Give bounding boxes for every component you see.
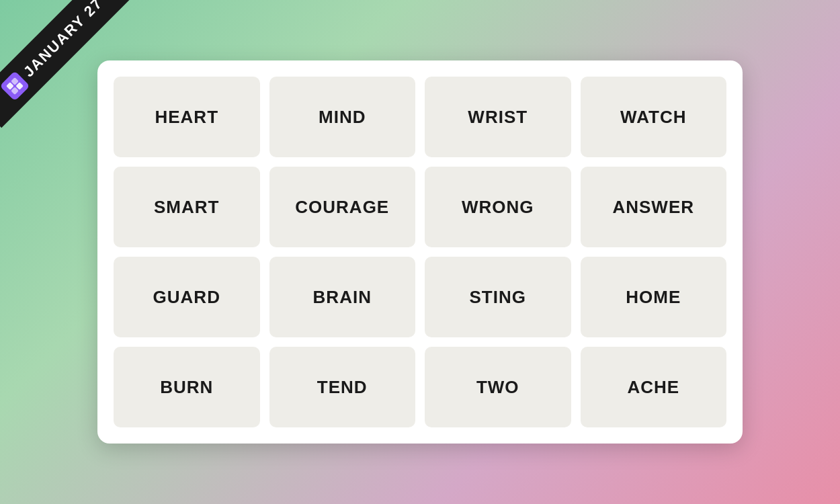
tile-label-sting: STING bbox=[470, 287, 526, 308]
tile-label-brain: BRAIN bbox=[313, 287, 372, 308]
tile-wrong[interactable]: WRONG bbox=[425, 167, 571, 247]
tile-watch[interactable]: WATCH bbox=[581, 77, 727, 157]
tile-wrist[interactable]: WRIST bbox=[425, 77, 571, 157]
game-board: HEARTMINDWRISTWATCHSMARTCOURAGEWRONGANSW… bbox=[97, 60, 743, 444]
tile-label-smart: SMART bbox=[154, 197, 219, 218]
tile-ache[interactable]: ACHE bbox=[581, 347, 727, 427]
tile-label-watch: WATCH bbox=[620, 107, 686, 128]
tile-home[interactable]: HOME bbox=[581, 257, 727, 337]
tile-guard[interactable]: GUARD bbox=[114, 257, 260, 337]
tile-label-ache: ACHE bbox=[627, 377, 679, 398]
corner-banner: JANUARY 27 bbox=[0, 0, 148, 148]
tile-label-wrong: WRONG bbox=[462, 197, 534, 218]
tile-label-guard: GUARD bbox=[153, 287, 220, 308]
svg-rect-1 bbox=[11, 77, 19, 85]
tile-brain[interactable]: BRAIN bbox=[269, 257, 416, 337]
tile-label-courage: COURAGE bbox=[295, 197, 389, 218]
tile-sting[interactable]: STING bbox=[425, 257, 571, 337]
tile-label-answer: ANSWER bbox=[612, 197, 694, 218]
svg-rect-3 bbox=[15, 82, 24, 90]
app-icon bbox=[0, 71, 30, 101]
banner-date: JANUARY 27 bbox=[20, 0, 106, 81]
tile-smart[interactable]: SMART bbox=[114, 167, 260, 247]
svg-rect-0 bbox=[6, 82, 14, 90]
tile-label-heart: HEART bbox=[155, 107, 218, 128]
word-grid: HEARTMINDWRISTWATCHSMARTCOURAGEWRONGANSW… bbox=[114, 77, 726, 427]
tile-label-mind: MIND bbox=[319, 107, 366, 128]
tile-burn[interactable]: BURN bbox=[114, 347, 260, 427]
tile-label-tend: TEND bbox=[317, 377, 368, 398]
tile-tend[interactable]: TEND bbox=[269, 347, 416, 427]
tile-label-burn: BURN bbox=[160, 377, 213, 398]
tile-mind[interactable]: MIND bbox=[269, 77, 416, 157]
tile-label-wrist: WRIST bbox=[468, 107, 528, 128]
tile-label-two: TWO bbox=[476, 377, 519, 398]
tile-courage[interactable]: COURAGE bbox=[269, 167, 416, 247]
tile-label-home: HOME bbox=[626, 287, 681, 308]
tile-two[interactable]: TWO bbox=[425, 347, 571, 427]
svg-rect-2 bbox=[11, 87, 19, 95]
tile-answer[interactable]: ANSWER bbox=[581, 167, 727, 247]
